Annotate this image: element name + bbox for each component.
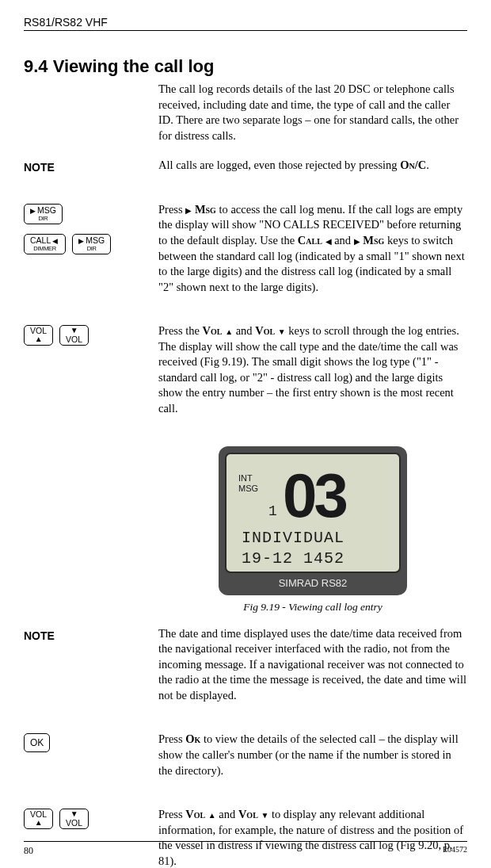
msg-keys-row: MSG DIR CALL DIMMER MSG DIR Press ▶ Msg … (24, 202, 467, 309)
call-dimmer-key: CALL DIMMER (24, 234, 66, 254)
vol-keys-row: VOL VOL Press the Vol ▲ and Vol ▼ keys t… (24, 323, 467, 430)
note-row-2: NOTE The date and time displayed uses th… (24, 626, 467, 718)
lcd-brand: SIMRAD RS82 (279, 577, 348, 589)
note1-text: All calls are logged, even those rejecte… (158, 158, 467, 174)
ok-key: OK (24, 733, 50, 752)
vol-down-key: VOL (59, 325, 89, 346)
call-key-bot: DIMMER (33, 246, 56, 252)
lcd-small-1: 1 (268, 503, 277, 519)
lcd-tag-int: INT (238, 473, 253, 483)
lcd-tag-msg: MSG (238, 484, 258, 493)
lcd-big-digits: 03 (283, 461, 346, 530)
pv2-and: and (216, 808, 238, 820)
page-footer: 80 E04572 (24, 841, 467, 857)
press-ok-paragraph: Press Ok to view the details of the sele… (158, 732, 467, 778)
note2-text: The date and time displayed uses the dat… (158, 626, 467, 704)
po-end: to view the details of the selected call… (158, 732, 459, 776)
pv-pre: Press the (158, 324, 203, 337)
press-vol2-paragraph: Press Vol ▲ and Vol ▼ to display any rel… (158, 807, 467, 868)
msg-key-top-2: MSG (86, 235, 105, 245)
msg-key-bot: DIR (38, 216, 48, 222)
product-name: RS81/RS82 VHF (24, 16, 108, 29)
section-heading-text: 9.4 Viewing the call log (24, 56, 214, 76)
msg-key-top: MSG (37, 205, 56, 215)
press-vol-paragraph: Press the Vol ▲ and Vol ▼ keys to scroll… (158, 323, 467, 416)
msg-dir-key-2: MSG DIR (72, 234, 111, 254)
ok-key-label: OK (30, 738, 44, 748)
note1-post: . (426, 159, 429, 171)
po-pre: Press (158, 732, 185, 745)
pm-pre: Press (158, 203, 185, 216)
ok-key-row: OK Press Ok to view the details of the s… (24, 732, 467, 793)
pv-and: and (233, 324, 255, 337)
pm-msg-ref: Msg (195, 203, 216, 216)
note1-pre: All calls are logged, even those rejecte… (158, 159, 400, 171)
pm-call-ref: Call (298, 234, 322, 247)
on-c-key-ref: On/C (400, 159, 426, 171)
intro-paragraph: The call log records details of the last… (158, 82, 467, 143)
page-number: 80 (24, 845, 33, 857)
figure-caption: Fig 9.19 - Viewing call log entry (158, 601, 467, 614)
vol-down-label: VOL (66, 335, 82, 344)
lcd-line1: INDIVIDUAL (242, 529, 344, 547)
press-msg-paragraph: Press ▶ Msg to access the call log menu.… (158, 202, 467, 295)
note-label: NOTE (24, 159, 55, 174)
pv-vol-ref: Vol (203, 324, 223, 337)
pv2-vol2-ref: Vol (238, 808, 258, 820)
doc-code: E04572 (443, 845, 467, 857)
vol-up-key: VOL (24, 325, 53, 346)
msg-dir-key: MSG DIR (24, 204, 63, 224)
pv-end: keys to scroll through the log entries. … (158, 324, 459, 415)
pm-and: and (332, 234, 354, 247)
pv2-pre: Press (158, 808, 185, 820)
section-heading: 9.4 Viewing the call log (24, 56, 467, 77)
po-ok-ref: Ok (185, 732, 200, 745)
msg-key-bot-2: DIR (87, 246, 97, 252)
lcd-line2: 19-12 1452 (242, 549, 344, 568)
lcd-figure: INT MSG 1 03 INDIVIDUAL 19-12 1452 SIMRA… (158, 445, 467, 596)
vol-down-key-2: VOL (59, 809, 89, 829)
note-label-2: NOTE (24, 628, 55, 642)
pv-vol2-ref: Vol (255, 324, 275, 337)
note-row-1: NOTE All calls are logged, even those re… (24, 158, 467, 188)
vol-down-label-2: VOL (66, 819, 82, 828)
pv2-vol-ref: Vol (185, 808, 205, 820)
pm-msg2-ref: Msg (363, 234, 384, 247)
call-key-top: CALL (30, 235, 51, 245)
vol-up-key-2: VOL (24, 809, 53, 829)
page-header: RS81/RS82 VHF (24, 16, 467, 31)
vol-keys-row-2: VOL VOL Press Vol ▲ and Vol ▼ to display… (24, 807, 467, 868)
